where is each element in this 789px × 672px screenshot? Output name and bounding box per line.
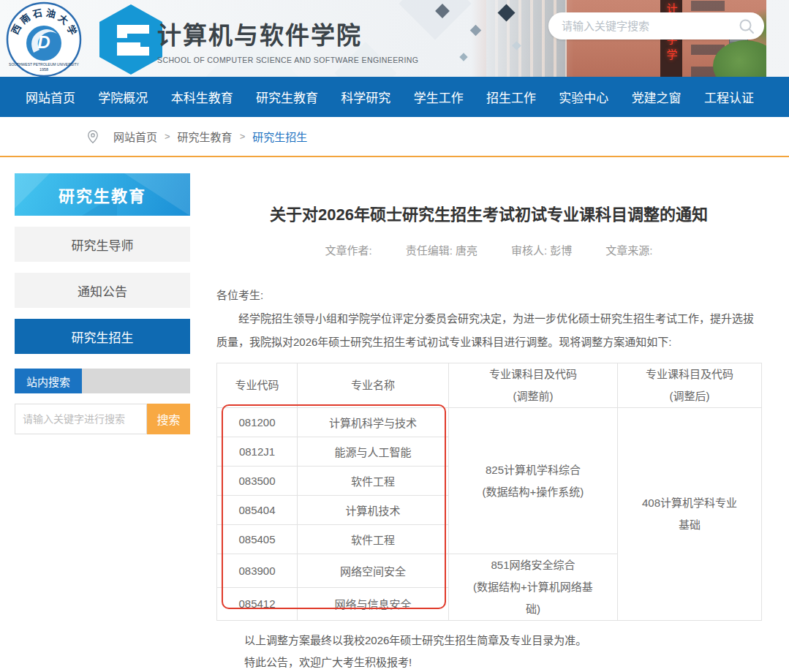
col-header-code: 专业代码	[217, 363, 298, 408]
cell-code: 083900	[217, 554, 298, 588]
cell-before-group-1: 825计算机学科综合 (数据结构+操作系统)	[449, 408, 618, 554]
cell-code: 081200	[217, 408, 298, 437]
sidebar-item-notices[interactable]: 通知公告	[15, 273, 190, 308]
decor-triangle	[15, 173, 58, 216]
university-seal-logo: 西 南 石 油 大 学 D SOUTHWEST PETROLEUM UNIVER…	[6, 1, 82, 77]
svg-text:SOUTHWEST PETROLEUM UNIVERSITY: SOUTHWEST PETROLEUM UNIVERSITY	[9, 62, 79, 67]
college-hexagon-logo	[95, 3, 167, 76]
table-header-row: 专业代码 专业名称 专业课科目及代码 (调整前) 专业课科目及代码 (调整后)	[217, 363, 762, 408]
cell-major: 软件工程	[298, 467, 449, 496]
site-header: 计科学学 西 南 石 油 大 学 D SOUTHWEST PETROLEUM U…	[0, 0, 789, 77]
meta-source: 文章来源:	[605, 242, 652, 257]
article: 关于对2026年硕士研究生招生考试初试专业课科目调整的通知 文章作者: 责任编辑…	[216, 201, 761, 672]
breadcrumb-current[interactable]: 研究生招生	[252, 129, 307, 144]
sidebar: 研究生教育 研究生导师 通知公告 研究生招生 站内搜索 搜索	[15, 173, 190, 434]
breadcrumb-separator: >	[240, 131, 246, 142]
meta-editor: 责任编辑: 唐亮	[406, 242, 477, 257]
adjustment-table-wrap: 专业代码 专业名称 专业课科目及代码 (调整前) 专业课科目及代码 (调整后) …	[216, 363, 761, 621]
sidebar-section-title: 研究生教育	[15, 173, 190, 216]
nav-item-accreditation[interactable]: 工程认证	[704, 88, 754, 106]
nav-item-overview[interactable]: 学院概况	[98, 88, 148, 106]
site-search-label: 站内搜索	[15, 369, 82, 393]
col-header-before: 专业课科目及代码 (调整前)	[449, 363, 618, 408]
site-search-bar: 站内搜索	[15, 369, 190, 393]
breadcrumb: 网站首页 > 研究生教育 > 研究生招生	[0, 117, 789, 157]
article-greeting: 各位考生:	[216, 284, 761, 307]
col-header-after: 专业课科目及代码 (调整后)	[618, 363, 762, 408]
closing-line-1: 以上调整方案最终以我校2026年硕士研究生招生简章及专业目录为准。	[216, 630, 761, 652]
nav-item-home[interactable]: 网站首页	[26, 88, 75, 106]
cell-major: 计算机技术	[298, 496, 449, 525]
search-icon[interactable]	[738, 18, 755, 35]
cell-before-group-2: 851网络安全综合 (数据结构+计算机网络基 础)	[449, 554, 618, 621]
article-meta: 文章作者: 责任编辑: 唐亮 审核人: 彭博 文章来源:	[216, 242, 761, 257]
school-name-cn: 计算机与软件学院	[157, 16, 418, 51]
header-search-input[interactable]	[562, 20, 738, 32]
closing-line-2: 特此公告，欢迎广大考生积极报考!	[216, 652, 761, 672]
nav-item-undergraduate[interactable]: 本科生教育	[171, 88, 233, 106]
breadcrumb-graduate[interactable]: 研究生教育	[178, 129, 233, 144]
cell-code: 0812J1	[217, 437, 298, 467]
article-paragraph: 经学院招生领导小组和学院学位评定分委员会研究决定，为进一步优化硕士研究生招生考试…	[216, 307, 761, 354]
cell-major: 软件工程	[298, 525, 449, 554]
sidebar-item-tutors[interactable]: 研究生导师	[15, 227, 190, 262]
cell-code: 083500	[217, 467, 298, 496]
page: 计科学学 西 南 石 油 大 学 D SOUTHWEST PETROLEUM U…	[0, 0, 789, 672]
school-name-en: SCHOOL OF COMPUTER SCIENCE AND SOFTWARE …	[157, 56, 418, 64]
article-title: 关于对2026年硕士研究生招生考试初试专业课科目调整的通知	[216, 201, 761, 224]
adjustment-table: 专业代码 专业名称 专业课科目及代码 (调整前) 专业课科目及代码 (调整后) …	[216, 363, 762, 621]
main-nav: 网站首页 学院概况 本科生教育 研究生教育 科学研究 学生工作 招生工作 实验中…	[0, 77, 789, 117]
cell-code: 085404	[217, 496, 298, 525]
nav-item-graduate[interactable]: 研究生教育	[256, 88, 318, 106]
sidebar-search-button[interactable]: 搜索	[147, 404, 190, 434]
nav-item-party[interactable]: 党建之窗	[632, 88, 682, 106]
svg-text:D: D	[37, 32, 50, 52]
cell-code: 085405	[217, 525, 298, 554]
breadcrumb-home[interactable]: 网站首页	[113, 129, 157, 144]
cell-major: 网络与信息安全	[298, 587, 449, 621]
nav-item-student-affairs[interactable]: 学生工作	[414, 88, 464, 106]
decor-diamond	[459, 53, 467, 61]
meta-author: 文章作者:	[325, 242, 371, 257]
cell-major: 计算机科学与技术	[298, 408, 449, 437]
location-pin-icon	[86, 129, 100, 144]
sidebar-search: 搜索	[15, 404, 190, 434]
svg-text:1958: 1958	[39, 67, 48, 72]
cell-major: 网络空间安全	[298, 554, 449, 588]
nav-item-labs[interactable]: 实验中心	[559, 88, 608, 106]
cell-code: 085412	[217, 587, 298, 621]
cell-major: 能源与人工智能	[298, 437, 449, 467]
col-header-major: 专业名称	[298, 363, 449, 408]
sidebar-search-input[interactable]	[15, 404, 147, 434]
cell-after-group: 408计算机学科专业 基础	[618, 408, 762, 621]
nav-item-research[interactable]: 科学研究	[341, 88, 390, 106]
breadcrumb-separator: >	[165, 131, 170, 142]
header-search	[548, 12, 764, 39]
table-row: 081200 计算机科学与技术 825计算机学科综合 (数据结构+操作系统) 4…	[217, 408, 762, 437]
nav-item-admissions[interactable]: 招生工作	[486, 88, 536, 106]
sidebar-item-admissions[interactable]: 研究生招生	[15, 319, 190, 354]
meta-reviewer: 审核人: 彭博	[511, 242, 572, 257]
site-brand: 计算机与软件学院 SCHOOL OF COMPUTER SCIENCE AND …	[157, 16, 418, 64]
